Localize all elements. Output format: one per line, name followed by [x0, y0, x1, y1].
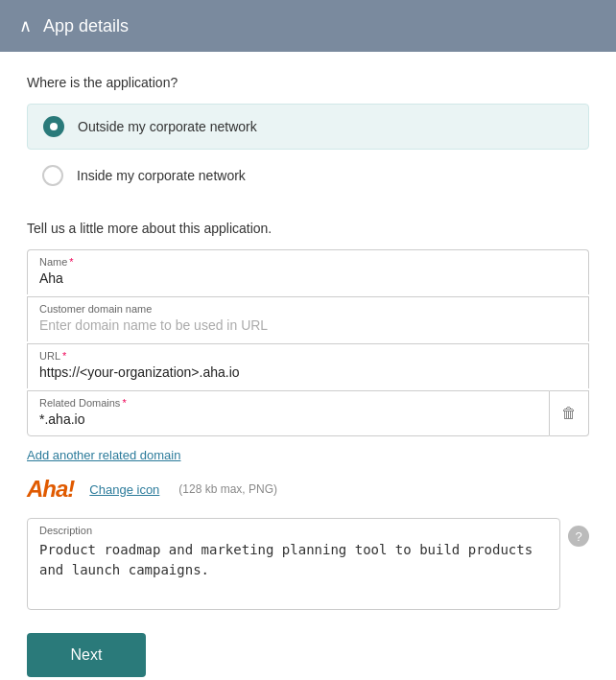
radio-inside-label: Inside my corporate network	[77, 168, 246, 183]
url-label: URL*	[39, 350, 577, 362]
app-icon: Aha!	[27, 476, 74, 503]
related-domains-label: Related Domains*	[39, 397, 537, 409]
name-required: *	[69, 256, 73, 268]
related-domain-wrapper: Related Domains*	[27, 390, 550, 436]
form-section-label: Tell us a little more about this applica…	[27, 221, 589, 236]
help-icon[interactable]: ?	[568, 526, 589, 547]
radio-outside-label: Outside my corporate network	[78, 119, 257, 134]
radio-outside-circle	[43, 116, 64, 137]
collapse-icon[interactable]: ∧	[19, 15, 32, 36]
delete-domain-button[interactable]: 🗑	[550, 390, 589, 436]
icon-note: (128 kb max, PNG)	[178, 482, 277, 496]
name-field-wrapper: Name*	[27, 249, 589, 294]
description-label: Description	[39, 525, 548, 536]
change-icon-link[interactable]: Change icon	[89, 482, 159, 497]
next-button[interactable]: Next	[27, 633, 146, 677]
name-input[interactable]	[39, 270, 577, 286]
customer-domain-input[interactable]	[39, 317, 577, 333]
add-domain-link[interactable]: Add another related domain	[27, 448, 180, 462]
location-question: Where is the application?	[27, 75, 589, 90]
radio-outside[interactable]: Outside my corporate network	[27, 104, 589, 150]
trash-icon: 🗑	[561, 405, 577, 422]
related-domains-required: *	[122, 397, 126, 409]
app-details-panel: ∧ App details Where is the application? …	[0, 0, 616, 680]
url-required: *	[62, 350, 66, 362]
customer-domain-wrapper: Customer domain name	[27, 296, 589, 341]
url-input[interactable]	[39, 364, 577, 380]
radio-inside-circle	[42, 165, 63, 186]
app-icon-row: Aha! Change icon (128 kb max, PNG)	[27, 476, 589, 503]
panel-header: ∧ App details	[0, 0, 616, 52]
panel-content: Where is the application? Outside my cor…	[0, 52, 616, 680]
related-domain-row: Related Domains* 🗑	[27, 390, 589, 436]
description-wrapper: Description Product roadmap and marketin…	[27, 518, 560, 610]
related-domain-input[interactable]	[39, 411, 537, 427]
radio-inside[interactable]: Inside my corporate network	[27, 153, 589, 198]
panel-title: App details	[43, 16, 129, 36]
location-radio-group: Outside my corporate network Inside my c…	[27, 104, 589, 198]
description-row: Description Product roadmap and marketin…	[27, 518, 589, 610]
description-textarea[interactable]: Product roadmap and marketing planning t…	[39, 540, 548, 598]
name-label: Name*	[39, 256, 577, 268]
url-wrapper: URL*	[27, 343, 589, 388]
customer-domain-label: Customer domain name	[39, 303, 577, 315]
